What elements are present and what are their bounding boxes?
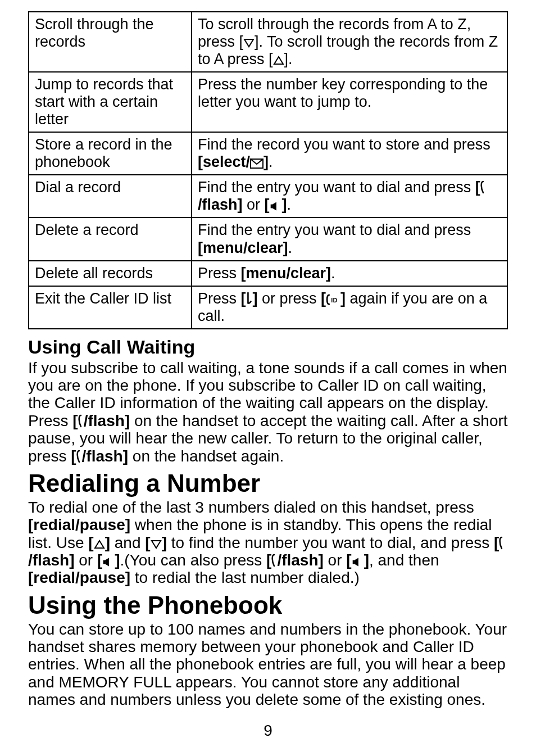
page-number: 9	[28, 722, 508, 740]
row-store-left: Store a record in the phonebook	[29, 132, 192, 175]
talk-icon	[78, 414, 84, 428]
row-deleteall-right: Press [menu/clear].	[192, 261, 507, 286]
up-triangle-icon	[273, 55, 284, 66]
call-waiting-paragraph: If you subscribe to call waiting, a tone…	[28, 359, 508, 465]
row-delete-left: Delete a record	[29, 218, 192, 260]
row-dial-left: Dial a record	[29, 175, 192, 218]
heading-redial: Redialing a Number	[28, 469, 508, 497]
heading-phonebook: Using the Phonebook	[28, 591, 508, 619]
heading-call-waiting: Using Call Waiting	[28, 336, 508, 358]
row-exit-right: Press [] or press [] again if you are on…	[192, 286, 507, 329]
row-exit-left: Exit the Caller ID list	[29, 286, 192, 329]
row-scroll-left: Scroll through the records	[29, 12, 192, 72]
row-store-right: Find the record you want to store and pr…	[192, 132, 507, 175]
speaker-icon	[352, 557, 364, 567]
redial-paragraph: To redial one of the last 3 numbers dial…	[28, 499, 508, 587]
up-triangle-icon	[94, 538, 105, 550]
down-triangle-icon	[151, 538, 162, 550]
speaker-icon	[102, 557, 115, 567]
row-jump-right: Press the number key corresponding to th…	[192, 72, 507, 132]
row-dial-right: Find the entry you want to dial and pres…	[192, 175, 507, 218]
row-delete-right: Find the entry you want to dial and pres…	[192, 218, 507, 260]
row-jump-left: Jump to records that start with a certai…	[29, 72, 192, 132]
row-scroll-right: To scroll through the records from A to …	[192, 12, 507, 72]
end-icon	[246, 292, 253, 305]
envelope-icon	[250, 159, 264, 169]
instruction-table: Scroll through the records To scroll thr…	[28, 11, 508, 329]
talk-icon	[499, 536, 505, 550]
phonebook-paragraph: You can store up to 100 names and number…	[28, 621, 508, 709]
cid-icon	[326, 294, 340, 305]
talk-icon	[76, 450, 82, 463]
talk-icon	[480, 180, 486, 194]
row-deleteall-left: Delete all records	[29, 261, 192, 286]
speaker-icon	[270, 201, 282, 211]
down-triangle-icon	[243, 37, 255, 48]
talk-icon	[271, 554, 277, 567]
